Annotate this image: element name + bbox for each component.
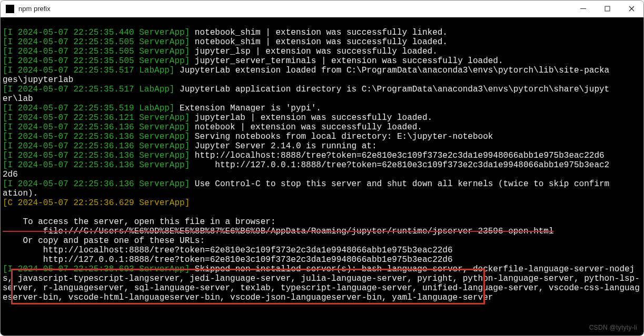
log-prefix: [I 2024-05-07 22:25:35.519 LabApp] xyxy=(3,104,174,113)
minimize-button[interactable] xyxy=(571,1,595,17)
log-msg: Skipped non-installed server(s): bash-la… xyxy=(190,264,468,274)
log-prefix: [I 2024-05-07 22:25:35.517 LabApp] xyxy=(3,66,174,75)
maximize-icon xyxy=(605,6,610,12)
log-prefix: [I 2024-05-07 22:25:36.121 ServerApp] xyxy=(3,113,190,123)
log-prefix: [I 2024-05-07 22:25:36.136 ServerApp] xyxy=(3,151,190,160)
log-prefix: [I 2024-05-07 22:25:35.517 LabApp] xyxy=(3,85,174,94)
close-button[interactable] xyxy=(619,1,643,17)
minimize-icon xyxy=(580,6,586,12)
log-msg-wrap: ation). xyxy=(3,189,38,198)
access-line: To access the server, open this file in … xyxy=(3,217,275,227)
window-title: npm prefix xyxy=(18,5,51,13)
log-prefix: [I 2024-05-07 22:25:35.440 ServerApp] xyxy=(3,28,190,37)
copy-line: Or copy and paste one of these URLs: xyxy=(3,236,205,246)
window-controls xyxy=(571,1,643,17)
log-msg: Use Control-C to stop this server and sh… xyxy=(190,179,609,189)
file-url-struck: file:///C:/Users/%E6%9D%8E%E5%8B%87%E6%B… xyxy=(3,227,554,236)
titlebar: npm prefix xyxy=(1,1,643,17)
log-prefix: [I 2024-05-07 22:25:38.693 ServerApp] xyxy=(3,264,190,274)
log-msg: http://127.0.0.1:8888/tree?token=62e810e… xyxy=(190,160,609,170)
terminal-window: npm prefix [I 2024-05-07 22:25:35.440 Se… xyxy=(0,0,644,336)
log-prefix: [I 2024-05-07 22:25:35.505 ServerApp] xyxy=(3,47,190,56)
url-line-1: http://localhost:8888/tree?token=62e810e… xyxy=(3,246,453,255)
log-prefix: [I 2024-05-07 22:25:36.136 ServerApp] xyxy=(3,141,190,151)
svg-rect-1 xyxy=(605,6,610,11)
watermark: CSDN @tytyty-li xyxy=(589,323,637,332)
maximize-button[interactable] xyxy=(595,1,619,17)
log-msg: http://localhost:8888/tree?token=62e810e… xyxy=(190,151,604,160)
log-msg: JupyterLab application directory is C:\P… xyxy=(174,85,609,94)
app-icon xyxy=(6,5,14,13)
log-msg: notebook_shim | extension was successful… xyxy=(190,28,448,37)
log-prefix: [I 2024-05-07 22:25:35.505 ServerApp] xyxy=(3,56,190,66)
log-msg: Jupyter Server 2.14.0 is running at: xyxy=(190,141,377,151)
log-msg: JupyterLab extension loaded from C:\Prog… xyxy=(174,66,609,75)
log-msg: jupyter_server_terminals | extension was… xyxy=(190,56,503,66)
log-prefix: [I 2024-05-07 22:25:35.505 ServerApp] xyxy=(3,37,190,47)
terminal-body[interactable]: [I 2024-05-07 22:25:35.440 ServerApp] no… xyxy=(1,17,643,335)
log-msg: jupyterlab | extension was successfully … xyxy=(190,113,432,123)
close-icon xyxy=(629,6,635,12)
log-msg-wrap: 2d6 xyxy=(3,170,18,179)
log-msg: notebook | extension was successfully lo… xyxy=(190,123,422,132)
log-msg: Extension Manager is 'pypi'. xyxy=(174,104,321,113)
url-line-2: http://127.0.0.1:8888/tree?token=62e810e… xyxy=(3,255,453,264)
log-prefix: [I 2024-05-07 22:25:36.136 ServerApp] xyxy=(3,123,190,132)
titlebar-left: npm prefix xyxy=(6,5,51,13)
log-msg: notebook_shim | extension was successful… xyxy=(190,37,448,47)
log-msg-wrap: ges\jupyterlab xyxy=(3,75,73,85)
log-msg-wrap: er\lab xyxy=(3,94,33,104)
log-prefix: [I 2024-05-07 22:25:36.136 ServerApp] xyxy=(3,132,190,141)
log-prefix: [I 2024-05-07 22:25:36.136 ServerApp] xyxy=(3,179,190,189)
log-prefix-warn: [C 2024-05-07 22:25:36.629 ServerApp] xyxy=(3,198,190,208)
log-msg: jupyter_lsp | extension was successfully… xyxy=(190,47,437,56)
log-prefix: [I 2024-05-07 22:25:36.136 ServerApp] xyxy=(3,160,190,170)
log-msg: Serving notebooks from local directory: … xyxy=(190,132,493,141)
